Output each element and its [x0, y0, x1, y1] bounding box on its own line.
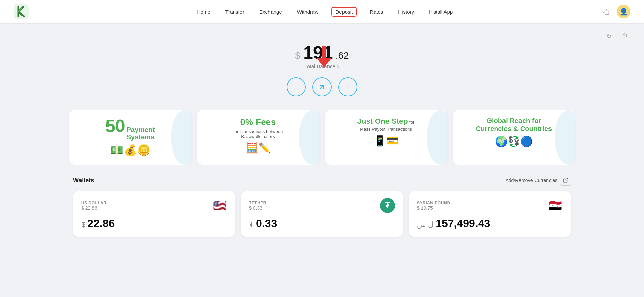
nav-deposit[interactable]: Deposit	[331, 7, 357, 17]
balance-cents: .62	[336, 50, 349, 61]
banner-2-subtitle: for Transactions betweenKazawallet users	[233, 129, 283, 139]
wallet-tether-icon: ₮	[380, 198, 395, 213]
wallet-usd-value: $ 22.86	[81, 205, 107, 211]
wallets-header: Wallets Add/Remove Currencies	[73, 175, 571, 186]
banner-1-img: 💵💰🪙	[110, 144, 151, 157]
history-clock-icon[interactable]: ⏱	[619, 31, 630, 42]
banner-3-img: 📱💳	[374, 135, 399, 147]
wallet-usd-left: US DOLLAR $ 22.86	[81, 201, 107, 211]
wallet-card-tether: TETHER $ 0.33 ₮ ₮ 0.33	[241, 191, 403, 237]
deposit-button[interactable]	[338, 77, 357, 96]
avatar[interactable]: 👤	[617, 5, 630, 18]
wallet-usd-name: US DOLLAR	[81, 201, 107, 205]
header: Home Transfer Exchange Withdraw Deposit …	[0, 0, 644, 23]
banner-fees: 0% Fees for Transactions betweenKazawall…	[197, 110, 319, 165]
banner-2-img: 🧮✏️	[246, 142, 271, 154]
wallet-syp-value: $ 10.75	[417, 205, 450, 211]
add-remove-label: Add/Remove Currencies	[505, 178, 557, 183]
withdraw-button[interactable]	[287, 77, 306, 96]
banner-container: 50 PaymentSystems 💵💰🪙 0% Fees for Transa…	[66, 110, 578, 165]
banner-1-text: PaymentSystems	[127, 126, 155, 141]
wallet-syp-name: SYRIAN POUND	[417, 201, 450, 205]
svg-line-3	[320, 85, 323, 88]
wallet-tether-balance-row: ₮ 0.33	[249, 217, 395, 230]
wallet-tether-value: $ 0.33	[249, 205, 266, 211]
wallet-card-syp: SYRIAN POUND $ 10.75 🇸🇾 ل.س 157,499.43	[409, 191, 571, 237]
nav-rates[interactable]: Rates	[368, 8, 385, 16]
banner-one-step: Just One Step forMass Payout Transaction…	[325, 110, 447, 165]
wallet-usd-header: US DOLLAR $ 22.86 🇺🇸	[81, 198, 227, 213]
wallets-section: Wallets Add/Remove Currencies US DOLLAR …	[66, 175, 578, 237]
nav-history[interactable]: History	[396, 8, 416, 16]
banner-4-img: 🌍💱🔵	[495, 135, 533, 147]
banner-global-reach: Global Reach forCurrencies & Countries 🌍…	[453, 110, 575, 165]
wallet-cards: US DOLLAR $ 22.86 🇺🇸 $ 22.86 TETHER $ 0.…	[73, 191, 571, 237]
wallet-syp-balance: 157,499.43	[436, 217, 490, 230]
nav-install-app[interactable]: Install App	[427, 8, 455, 16]
wallet-syp-sign: ل.س	[417, 220, 434, 229]
add-remove-currencies-btn[interactable]: Add/Remove Currencies	[505, 175, 571, 186]
svg-rect-1	[605, 11, 609, 15]
wallets-title: Wallets	[73, 177, 94, 184]
nav-home[interactable]: Home	[195, 8, 213, 16]
main-nav: Home Transfer Exchange Withdraw Deposit …	[49, 7, 600, 17]
arrow-shaft	[322, 46, 326, 58]
banner-payment-systems: 50 PaymentSystems 💵💰🪙	[69, 110, 191, 165]
nav-transfer[interactable]: Transfer	[223, 8, 246, 16]
wallet-usd-flag: 🇺🇸	[212, 198, 227, 213]
banner-4-title: Global Reach forCurrencies & Countries	[476, 117, 552, 133]
wallet-tether-sign: ₮	[249, 220, 254, 229]
nav-exchange[interactable]: Exchange	[257, 8, 284, 16]
action-buttons	[287, 77, 357, 96]
send-button[interactable]	[312, 77, 332, 96]
arrow-head	[317, 58, 332, 68]
wallet-usd-balance-row: $ 22.86	[81, 217, 227, 230]
wallet-syp-left: SYRIAN POUND $ 10.75	[417, 201, 450, 211]
header-right: 👤	[600, 5, 630, 18]
refresh-icon[interactable]: ↻	[603, 31, 614, 42]
banner-1-title: 50 PaymentSystems	[105, 117, 155, 141]
nav-withdraw[interactable]: Withdraw	[295, 8, 321, 16]
wallet-usd-sign: $	[81, 220, 85, 229]
wallet-tether-header: TETHER $ 0.33 ₮	[249, 198, 395, 213]
banner-3-title: Just One Step forMass Payout Transaction…	[357, 117, 415, 132]
svg-rect-0	[14, 4, 29, 19]
wallet-syp-flag: 🇸🇾	[548, 198, 563, 213]
banner-1-number: 50	[105, 117, 125, 135]
logo[interactable]	[14, 4, 29, 19]
banner-2-title: 0% Fees	[240, 117, 276, 128]
banner-section: 50 PaymentSystems 💵💰🪙 0% Fees for Transa…	[0, 110, 644, 165]
wallet-syp-header: SYRIAN POUND $ 10.75 🇸🇾	[417, 198, 563, 213]
wallet-card-usd: US DOLLAR $ 22.86 🇺🇸 $ 22.86	[73, 191, 235, 237]
wallet-tether-balance: 0.33	[256, 217, 277, 230]
deposit-arrow	[317, 46, 332, 68]
wallet-tether-name: TETHER	[249, 201, 266, 205]
wallet-tether-left: TETHER $ 0.33	[249, 201, 266, 211]
balance-dollar-sign: $	[295, 50, 301, 61]
wallet-usd-balance: 22.86	[87, 217, 115, 230]
utility-icons: ↻ ⏱	[603, 31, 630, 42]
edit-icon[interactable]	[560, 175, 571, 186]
copy-icon[interactable]	[600, 6, 611, 17]
wallet-syp-balance-row: ل.س 157,499.43	[417, 217, 563, 230]
